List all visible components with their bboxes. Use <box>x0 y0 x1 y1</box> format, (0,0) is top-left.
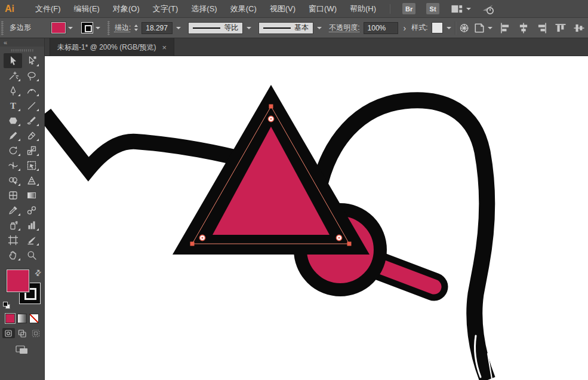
brush-definition-dropdown[interactable]: 基本 <box>258 22 313 34</box>
menu-item[interactable]: 帮助(H) <box>343 1 383 17</box>
opacity-expand-button[interactable]: › <box>402 23 408 33</box>
mesh-tool[interactable] <box>4 188 22 203</box>
fill-indicator[interactable] <box>7 269 29 292</box>
shaper-tool[interactable] <box>4 128 22 143</box>
panel-drag-grip[interactable] <box>11 49 33 52</box>
chevron-down-icon <box>466 8 471 10</box>
polygon-tool[interactable] <box>4 113 22 128</box>
corner-radius-widget[interactable] <box>336 235 341 240</box>
shape-builder-tool[interactable] <box>4 173 22 188</box>
scale-tool[interactable] <box>22 143 41 158</box>
draw-normal-button[interactable] <box>2 328 15 338</box>
document-tab[interactable]: 未标题-1* @ 200% (RGB/预览) × <box>50 38 174 56</box>
symbol-sprayer-tool[interactable] <box>4 217 22 232</box>
draw-behind-icon <box>18 329 26 338</box>
fill-color-control[interactable] <box>51 22 73 33</box>
paintbrush-tool[interactable] <box>22 113 41 128</box>
magic-wand-tool[interactable] <box>4 68 22 83</box>
align-horizontal-center-icon[interactable] <box>517 22 530 35</box>
menu-item[interactable]: 文件(F) <box>29 1 67 17</box>
chevron-down-icon[interactable] <box>68 27 73 29</box>
free-transform-tool[interactable] <box>22 158 41 173</box>
rotate-tool[interactable] <box>4 143 22 158</box>
default-fill-stroke-icon[interactable] <box>3 302 10 309</box>
blend-tool[interactable] <box>22 203 41 217</box>
color-button[interactable] <box>5 314 15 323</box>
anchor-point[interactable] <box>269 105 273 109</box>
selection-tool[interactable] <box>4 53 22 68</box>
chevron-down-icon[interactable] <box>488 27 492 29</box>
artboard-canvas[interactable] <box>45 56 588 380</box>
document-tab-title: 未标题-1* @ 200% (RGB/预览) <box>57 42 156 53</box>
gradient-button[interactable] <box>17 314 27 323</box>
width-tool[interactable] <box>4 158 22 173</box>
direct-selection-tool[interactable] <box>22 53 41 68</box>
artwork[interactable] <box>45 56 588 380</box>
screen-mode-button[interactable] <box>0 344 44 355</box>
hand-tool[interactable] <box>4 247 22 262</box>
menu-item[interactable]: 效果(C) <box>224 1 263 17</box>
chevron-down-icon[interactable] <box>317 27 322 29</box>
step-up-icon[interactable] <box>134 24 138 27</box>
stroke-weight-stepper[interactable] <box>134 24 138 31</box>
chevron-down-icon[interactable] <box>176 27 181 29</box>
none-button[interactable] <box>29 314 39 323</box>
bridge-button[interactable]: Br <box>402 3 415 14</box>
chevron-down-icon[interactable] <box>247 27 251 29</box>
brush-stroke-left[interactable] <box>45 114 257 169</box>
corner-radius-widget[interactable] <box>268 116 273 121</box>
curvature-tool[interactable] <box>22 83 41 98</box>
menu-item[interactable]: 视图(V) <box>263 1 302 17</box>
graphic-style-swatch[interactable] <box>432 22 443 33</box>
step-down-icon[interactable] <box>134 29 138 31</box>
zoom-tool[interactable] <box>22 247 41 262</box>
stroke-panel-link[interactable]: 描边: <box>115 23 131 33</box>
align-left-icon[interactable] <box>498 22 512 35</box>
align-vertical-center-icon[interactable] <box>572 22 586 35</box>
menu-item[interactable]: 对象(O) <box>106 1 146 17</box>
stroke-color-control[interactable] <box>81 22 100 33</box>
fill-color-swatch[interactable] <box>51 22 66 33</box>
slice-tool[interactable] <box>22 232 41 247</box>
type-tool[interactable]: T <box>4 98 22 113</box>
chevron-down-icon[interactable] <box>96 27 100 29</box>
opacity-input[interactable]: 100% <box>364 22 398 34</box>
control-bar-grip[interactable] <box>1 21 4 35</box>
svg-text:T: T <box>10 101 16 111</box>
menu-item[interactable]: 窗口(W) <box>302 1 343 17</box>
shape-properties-control[interactable] <box>473 22 492 35</box>
menu-item[interactable]: 编辑(E) <box>67 1 106 17</box>
eyedropper-tool[interactable] <box>4 203 22 217</box>
align-right-icon[interactable] <box>535 22 549 35</box>
gpu-performance-button[interactable] <box>482 2 495 16</box>
menu-item[interactable]: 文字(T) <box>146 1 185 17</box>
corner-radius-widget[interactable] <box>199 235 205 240</box>
align-top-icon[interactable] <box>554 22 567 35</box>
draw-inside-button[interactable] <box>30 328 42 338</box>
stroke-weight-input[interactable]: 18.297 <box>141 22 173 34</box>
stock-button[interactable]: St <box>426 3 439 14</box>
close-icon[interactable]: × <box>162 44 167 51</box>
column-graph-tool[interactable] <box>22 217 41 232</box>
anchor-point[interactable] <box>347 242 352 246</box>
chevron-down-icon[interactable] <box>447 27 451 29</box>
pen-tool[interactable] <box>4 83 22 98</box>
lasso-tool[interactable] <box>22 68 41 83</box>
draw-behind-button[interactable] <box>16 328 29 338</box>
app-logo: Ai <box>5 4 14 14</box>
width-profile-dropdown[interactable]: 等比 <box>188 22 243 34</box>
opacity-panel-link[interactable]: 不透明度: <box>329 23 359 33</box>
swap-fill-stroke-icon[interactable]: ⇄ <box>32 267 43 278</box>
stroke-color-swatch[interactable] <box>81 22 93 33</box>
recolor-artwork-icon[interactable] <box>459 22 469 35</box>
line-segment-tool[interactable] <box>22 98 41 113</box>
eraser-tool[interactable] <box>22 128 41 143</box>
gradient-tool[interactable] <box>22 188 41 203</box>
shape-properties-icon <box>473 22 486 35</box>
perspective-grid-tool[interactable] <box>22 173 41 188</box>
panel-collapse-button[interactable]: « <box>0 38 44 47</box>
artboard-tool[interactable] <box>4 232 22 247</box>
anchor-point[interactable] <box>190 242 195 246</box>
workspace-switcher[interactable] <box>450 2 471 16</box>
menu-item[interactable]: 选择(S) <box>184 1 223 17</box>
